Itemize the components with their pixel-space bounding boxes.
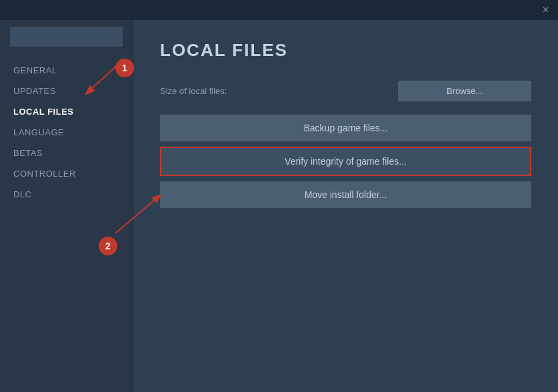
file-size-row: Size of local files: Browse... <box>160 81 531 101</box>
sidebar-item-general[interactable]: GENERAL <box>0 60 133 81</box>
main-window: × GENERAL UPDATES LOCAL FILES LANGUAGE B… <box>0 0 558 392</box>
verify-integrity-button[interactable]: Verify integrity of game files... <box>160 147 531 176</box>
sidebar-item-betas[interactable]: BETAS <box>0 143 133 163</box>
sidebar: GENERAL UPDATES LOCAL FILES LANGUAGE BET… <box>0 20 133 392</box>
page-title: LOCAL FILES <box>160 40 531 61</box>
action-buttons: Backup game files... Verify integrity of… <box>160 115 531 208</box>
sidebar-item-local-files[interactable]: LOCAL FILES <box>0 101 133 122</box>
title-bar: × <box>0 0 558 20</box>
sidebar-item-controller[interactable]: CONTROLLER <box>0 163 133 184</box>
move-install-button[interactable]: Move install folder... <box>160 181 531 208</box>
sidebar-top-bar <box>10 27 123 47</box>
browse-button[interactable]: Browse... <box>398 81 531 101</box>
content-area: GENERAL UPDATES LOCAL FILES LANGUAGE BET… <box>0 20 558 392</box>
sidebar-item-dlc[interactable]: DLC <box>0 184 133 205</box>
sidebar-item-updates[interactable]: UPDATES <box>0 81 133 101</box>
backup-button[interactable]: Backup game files... <box>160 115 531 141</box>
sidebar-item-language[interactable]: LANGUAGE <box>0 122 133 143</box>
main-content-area: LOCAL FILES Size of local files: Browse.… <box>133 20 558 392</box>
close-button[interactable]: × <box>539 3 553 17</box>
file-size-label: Size of local files: <box>160 86 398 96</box>
